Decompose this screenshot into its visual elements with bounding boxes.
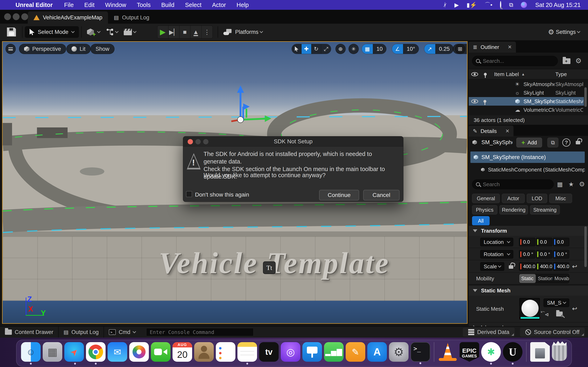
pin-column-icon[interactable] bbox=[484, 73, 487, 76]
menu-window[interactable]: Window bbox=[105, 2, 126, 8]
eject-button[interactable]: ▲ bbox=[190, 26, 201, 38]
play-button[interactable]: ▶ bbox=[157, 26, 168, 38]
component-row-instance[interactable]: SM_SkySphere (Instance) bbox=[470, 151, 585, 163]
outliner-row-skylight[interactable]: ☼ SkyLight SkyLight bbox=[469, 89, 584, 97]
scale-x-field[interactable]: 400.0 bbox=[519, 262, 535, 271]
scale-tool-button[interactable]: ⤢ bbox=[321, 44, 331, 54]
dock-finder[interactable]: ☺ bbox=[21, 342, 41, 362]
play-status-icon[interactable]: ▶ bbox=[454, 2, 459, 8]
add-component-button[interactable]: + Add bbox=[516, 138, 542, 147]
scale-z-field[interactable]: 400.0 bbox=[553, 262, 569, 271]
filter-rendering[interactable]: Rendering bbox=[499, 205, 528, 215]
location-z-field[interactable]: 0.0 bbox=[553, 238, 569, 246]
dock-apple-tv[interactable]: tv bbox=[259, 342, 279, 362]
dock-podcasts[interactable]: ◎ bbox=[281, 342, 300, 362]
outliner-row-sm-skysphere[interactable]: SM_SkySphere StaticMeshActor bbox=[469, 97, 584, 106]
dock-notes[interactable] bbox=[237, 342, 257, 362]
battery-icon[interactable]: ▮⚡ bbox=[467, 2, 477, 8]
dock-safari[interactable]: ➤ bbox=[64, 342, 84, 362]
continue-button[interactable]: Continue bbox=[319, 190, 359, 200]
filter-physics[interactable]: Physics bbox=[472, 205, 497, 215]
dock-pages[interactable]: ✎ bbox=[346, 342, 365, 362]
item-label-column[interactable]: Item Label bbox=[494, 71, 519, 77]
browse-to-asset-icon[interactable] bbox=[556, 312, 563, 317]
tab-output-log[interactable]: ▤ Output Log bbox=[108, 11, 155, 24]
output-log-button[interactable]: ▤ Output Log bbox=[59, 327, 104, 338]
scale-lock-icon[interactable] bbox=[509, 265, 513, 269]
cancel-button[interactable]: Cancel bbox=[363, 190, 399, 200]
menu-actor[interactable]: Actor bbox=[212, 2, 226, 8]
reset-mesh-icon[interactable]: ↩ bbox=[572, 305, 577, 312]
console-command-box[interactable] bbox=[146, 328, 254, 336]
edit-blueprint-button[interactable]: ⧉ bbox=[547, 138, 558, 147]
dock-facetime[interactable] bbox=[151, 342, 171, 362]
filter-general[interactable]: General bbox=[472, 194, 500, 203]
details-tab[interactable]: ✎ Details ✕ bbox=[469, 125, 513, 137]
favorites-star-icon[interactable]: ★ bbox=[568, 181, 574, 188]
scale-snap-value[interactable]: 0.25 bbox=[435, 44, 453, 54]
dock-app-store[interactable]: A bbox=[367, 342, 387, 362]
console-command-input[interactable] bbox=[150, 329, 250, 335]
pin-icon[interactable] bbox=[484, 100, 486, 103]
cinematics-button[interactable] bbox=[124, 29, 136, 35]
filter-all[interactable]: All bbox=[472, 216, 490, 225]
control-center-icon[interactable]: ⧉ bbox=[509, 2, 513, 8]
dock-epic-games[interactable]: EPIC GAMES bbox=[459, 342, 479, 362]
rotation-y-field[interactable]: 0.0 ° bbox=[536, 250, 552, 259]
details-search[interactable] bbox=[472, 179, 554, 189]
stop-button[interactable]: ■ bbox=[180, 26, 190, 38]
dock-calendar[interactable]: AUG 20 bbox=[173, 342, 192, 362]
type-column[interactable]: Type bbox=[555, 71, 567, 77]
menu-clock[interactable]: Sat 20 Aug 15:21 bbox=[535, 2, 581, 8]
perspective-dropdown[interactable]: Perspective bbox=[19, 44, 66, 54]
dock-unreal-engine[interactable]: U bbox=[503, 342, 522, 362]
dock-trash[interactable] bbox=[552, 344, 567, 361]
content-drawer-button[interactable]: Content Drawer bbox=[0, 327, 58, 338]
menu-build[interactable]: Build bbox=[161, 2, 174, 8]
derived-data-button[interactable]: Derived Data bbox=[463, 328, 515, 337]
blueprints-button[interactable] bbox=[106, 28, 118, 36]
add-folder-button[interactable]: + bbox=[563, 58, 571, 64]
play-options-button[interactable]: ⋮ bbox=[201, 26, 213, 38]
app-menu-title[interactable]: Unreal Editor bbox=[16, 2, 53, 8]
angle-snap-icon[interactable]: ∠ bbox=[392, 44, 403, 54]
close-icon[interactable]: ✕ bbox=[508, 44, 512, 50]
view-mode-dropdown[interactable]: Lit bbox=[66, 44, 91, 54]
wifi-icon[interactable]: ⌒• bbox=[485, 1, 493, 9]
window-minimize-button[interactable] bbox=[13, 13, 20, 20]
rotation-dropdown[interactable]: Rotation bbox=[480, 250, 513, 259]
scale-y-field[interactable]: 400.0 bbox=[536, 262, 552, 271]
outliner-row-skyatmosphere[interactable]: ☀ SkyAtmosphere SkyAtmosphere bbox=[469, 80, 584, 89]
siri-icon[interactable] bbox=[521, 2, 527, 8]
location-y-field[interactable]: 0.0 bbox=[536, 238, 552, 246]
dock-terminal[interactable]: >_ bbox=[411, 342, 430, 362]
visibility-column-icon[interactable] bbox=[471, 72, 478, 76]
menu-tools[interactable]: Tools bbox=[137, 2, 151, 8]
details-settings-icon[interactable]: ⚙ bbox=[579, 180, 585, 188]
dock-launchpad[interactable]: ▦ bbox=[43, 342, 62, 362]
dialog-close-button[interactable] bbox=[188, 139, 193, 144]
scale-snap-icon[interactable]: ↗ bbox=[424, 44, 435, 54]
outliner-settings-button[interactable]: ⚙ bbox=[575, 57, 581, 65]
select-tool-button[interactable] bbox=[292, 44, 302, 54]
dock-android-studio[interactable]: ✱ bbox=[481, 342, 501, 362]
save-button[interactable] bbox=[7, 27, 16, 36]
outliner-scrollbar[interactable] bbox=[584, 87, 587, 107]
rotation-x-field[interactable]: 0.0 ° bbox=[519, 250, 535, 259]
viewport-options-button[interactable] bbox=[6, 44, 16, 54]
filter-lod[interactable]: LOD bbox=[527, 194, 547, 203]
world-local-toggle[interactable]: ⊕ bbox=[336, 44, 346, 54]
close-icon[interactable]: ✕ bbox=[505, 128, 509, 134]
filter-actor[interactable]: Actor bbox=[502, 194, 525, 203]
text-render-billboard[interactable]: Tt bbox=[263, 261, 276, 274]
visibility-eye-icon[interactable] bbox=[471, 99, 478, 103]
bluetooth-off-icon[interactable]: ᚼ̸ bbox=[443, 2, 447, 8]
outliner-column-header[interactable]: Item Label ▲ Type bbox=[469, 69, 588, 80]
mobility-static[interactable]: Static bbox=[519, 274, 536, 283]
add-actor-button[interactable]: + bbox=[87, 26, 100, 38]
surface-snapping-button[interactable]: ✳ bbox=[348, 44, 359, 54]
grid-snap-icon[interactable]: ▦ bbox=[362, 44, 373, 54]
window-close-button[interactable] bbox=[4, 13, 11, 20]
dock-chrome[interactable] bbox=[86, 342, 105, 362]
details-scrollbar[interactable] bbox=[584, 226, 587, 267]
